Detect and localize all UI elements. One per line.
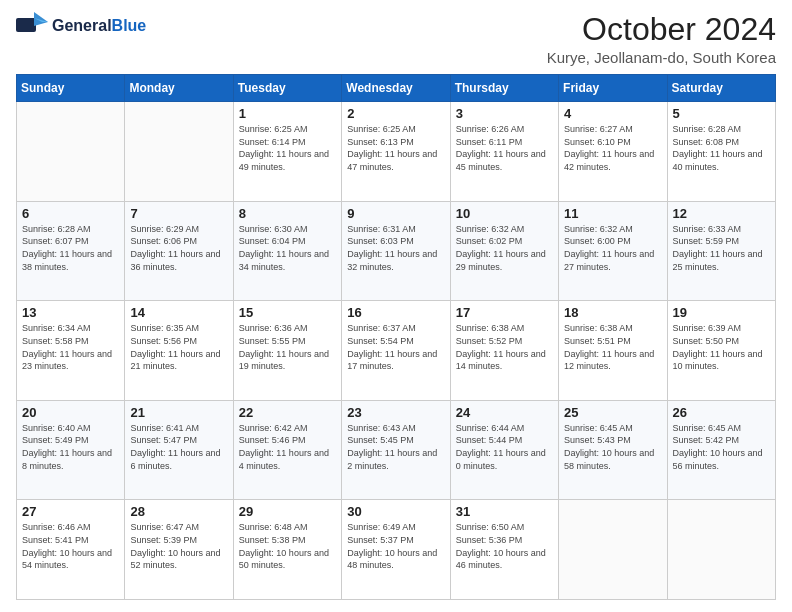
cell-info: Sunrise: 6:50 AMSunset: 5:36 PMDaylight:… (456, 521, 553, 571)
calendar-cell: 14Sunrise: 6:35 AMSunset: 5:56 PMDayligh… (125, 301, 233, 401)
day-number: 12 (673, 206, 770, 221)
day-number: 5 (673, 106, 770, 121)
day-number: 28 (130, 504, 227, 519)
cell-info: Sunrise: 6:47 AMSunset: 5:39 PMDaylight:… (130, 521, 227, 571)
day-number: 8 (239, 206, 336, 221)
cell-info: Sunrise: 6:35 AMSunset: 5:56 PMDaylight:… (130, 322, 227, 372)
day-header-thursday: Thursday (450, 75, 558, 102)
logo-blue: Blue (112, 17, 147, 34)
month-title: October 2024 (547, 12, 776, 47)
calendar-cell: 18Sunrise: 6:38 AMSunset: 5:51 PMDayligh… (559, 301, 667, 401)
cell-info: Sunrise: 6:27 AMSunset: 6:10 PMDaylight:… (564, 123, 661, 173)
cell-info: Sunrise: 6:37 AMSunset: 5:54 PMDaylight:… (347, 322, 444, 372)
calendar-cell: 1Sunrise: 6:25 AMSunset: 6:14 PMDaylight… (233, 102, 341, 202)
calendar-cell: 31Sunrise: 6:50 AMSunset: 5:36 PMDayligh… (450, 500, 558, 600)
day-number: 31 (456, 504, 553, 519)
calendar-cell: 4Sunrise: 6:27 AMSunset: 6:10 PMDaylight… (559, 102, 667, 202)
svg-rect-0 (16, 18, 36, 32)
calendar-cell: 2Sunrise: 6:25 AMSunset: 6:13 PMDaylight… (342, 102, 450, 202)
cell-info: Sunrise: 6:32 AMSunset: 6:02 PMDaylight:… (456, 223, 553, 273)
day-number: 19 (673, 305, 770, 320)
cell-info: Sunrise: 6:44 AMSunset: 5:44 PMDaylight:… (456, 422, 553, 472)
cell-info: Sunrise: 6:36 AMSunset: 5:55 PMDaylight:… (239, 322, 336, 372)
calendar-cell: 27Sunrise: 6:46 AMSunset: 5:41 PMDayligh… (17, 500, 125, 600)
day-number: 29 (239, 504, 336, 519)
calendar-cell: 16Sunrise: 6:37 AMSunset: 5:54 PMDayligh… (342, 301, 450, 401)
calendar-cell (667, 500, 775, 600)
calendar-cell: 20Sunrise: 6:40 AMSunset: 5:49 PMDayligh… (17, 400, 125, 500)
cell-info: Sunrise: 6:40 AMSunset: 5:49 PMDaylight:… (22, 422, 119, 472)
week-row-3: 13Sunrise: 6:34 AMSunset: 5:58 PMDayligh… (17, 301, 776, 401)
calendar-cell: 9Sunrise: 6:31 AMSunset: 6:03 PMDaylight… (342, 201, 450, 301)
cell-info: Sunrise: 6:34 AMSunset: 5:58 PMDaylight:… (22, 322, 119, 372)
title-section: October 2024 Kurye, Jeollanam-do, South … (547, 12, 776, 66)
day-number: 10 (456, 206, 553, 221)
day-number: 25 (564, 405, 661, 420)
page: GeneralBlue October 2024 Kurye, Jeollana… (0, 0, 792, 612)
logo-icon (16, 12, 48, 40)
cell-info: Sunrise: 6:31 AMSunset: 6:03 PMDaylight:… (347, 223, 444, 273)
day-number: 13 (22, 305, 119, 320)
day-number: 30 (347, 504, 444, 519)
calendar-cell: 10Sunrise: 6:32 AMSunset: 6:02 PMDayligh… (450, 201, 558, 301)
cell-info: Sunrise: 6:46 AMSunset: 5:41 PMDaylight:… (22, 521, 119, 571)
calendar-cell (125, 102, 233, 202)
cell-info: Sunrise: 6:39 AMSunset: 5:50 PMDaylight:… (673, 322, 770, 372)
day-number: 9 (347, 206, 444, 221)
header: GeneralBlue October 2024 Kurye, Jeollana… (16, 12, 776, 66)
cell-info: Sunrise: 6:45 AMSunset: 5:42 PMDaylight:… (673, 422, 770, 472)
cell-info: Sunrise: 6:38 AMSunset: 5:52 PMDaylight:… (456, 322, 553, 372)
cell-info: Sunrise: 6:29 AMSunset: 6:06 PMDaylight:… (130, 223, 227, 273)
day-number: 3 (456, 106, 553, 121)
week-row-5: 27Sunrise: 6:46 AMSunset: 5:41 PMDayligh… (17, 500, 776, 600)
logo: GeneralBlue (16, 12, 146, 40)
day-number: 1 (239, 106, 336, 121)
calendar-cell: 30Sunrise: 6:49 AMSunset: 5:37 PMDayligh… (342, 500, 450, 600)
calendar-cell: 13Sunrise: 6:34 AMSunset: 5:58 PMDayligh… (17, 301, 125, 401)
logo-general: General (52, 17, 112, 34)
cell-info: Sunrise: 6:48 AMSunset: 5:38 PMDaylight:… (239, 521, 336, 571)
cell-info: Sunrise: 6:30 AMSunset: 6:04 PMDaylight:… (239, 223, 336, 273)
cell-info: Sunrise: 6:41 AMSunset: 5:47 PMDaylight:… (130, 422, 227, 472)
calendar-cell: 7Sunrise: 6:29 AMSunset: 6:06 PMDaylight… (125, 201, 233, 301)
day-number: 11 (564, 206, 661, 221)
calendar-cell (559, 500, 667, 600)
calendar-cell: 26Sunrise: 6:45 AMSunset: 5:42 PMDayligh… (667, 400, 775, 500)
day-number: 4 (564, 106, 661, 121)
cell-info: Sunrise: 6:38 AMSunset: 5:51 PMDaylight:… (564, 322, 661, 372)
calendar-cell: 12Sunrise: 6:33 AMSunset: 5:59 PMDayligh… (667, 201, 775, 301)
day-header-monday: Monday (125, 75, 233, 102)
day-number: 21 (130, 405, 227, 420)
week-row-1: 1Sunrise: 6:25 AMSunset: 6:14 PMDaylight… (17, 102, 776, 202)
cell-info: Sunrise: 6:49 AMSunset: 5:37 PMDaylight:… (347, 521, 444, 571)
day-header-tuesday: Tuesday (233, 75, 341, 102)
cell-info: Sunrise: 6:33 AMSunset: 5:59 PMDaylight:… (673, 223, 770, 273)
day-number: 7 (130, 206, 227, 221)
week-row-4: 20Sunrise: 6:40 AMSunset: 5:49 PMDayligh… (17, 400, 776, 500)
day-number: 16 (347, 305, 444, 320)
calendar-cell: 25Sunrise: 6:45 AMSunset: 5:43 PMDayligh… (559, 400, 667, 500)
cell-info: Sunrise: 6:25 AMSunset: 6:14 PMDaylight:… (239, 123, 336, 173)
calendar-cell: 15Sunrise: 6:36 AMSunset: 5:55 PMDayligh… (233, 301, 341, 401)
calendar-cell: 21Sunrise: 6:41 AMSunset: 5:47 PMDayligh… (125, 400, 233, 500)
calendar-cell: 3Sunrise: 6:26 AMSunset: 6:11 PMDaylight… (450, 102, 558, 202)
calendar-cell: 17Sunrise: 6:38 AMSunset: 5:52 PMDayligh… (450, 301, 558, 401)
cell-info: Sunrise: 6:42 AMSunset: 5:46 PMDaylight:… (239, 422, 336, 472)
day-number: 27 (22, 504, 119, 519)
day-header-friday: Friday (559, 75, 667, 102)
day-number: 15 (239, 305, 336, 320)
day-number: 24 (456, 405, 553, 420)
week-row-2: 6Sunrise: 6:28 AMSunset: 6:07 PMDaylight… (17, 201, 776, 301)
calendar-header-row: SundayMondayTuesdayWednesdayThursdayFrid… (17, 75, 776, 102)
calendar-cell: 28Sunrise: 6:47 AMSunset: 5:39 PMDayligh… (125, 500, 233, 600)
day-header-saturday: Saturday (667, 75, 775, 102)
day-number: 22 (239, 405, 336, 420)
calendar-cell: 24Sunrise: 6:44 AMSunset: 5:44 PMDayligh… (450, 400, 558, 500)
day-number: 18 (564, 305, 661, 320)
calendar-cell: 11Sunrise: 6:32 AMSunset: 6:00 PMDayligh… (559, 201, 667, 301)
day-header-wednesday: Wednesday (342, 75, 450, 102)
cell-info: Sunrise: 6:25 AMSunset: 6:13 PMDaylight:… (347, 123, 444, 173)
calendar-cell (17, 102, 125, 202)
cell-info: Sunrise: 6:28 AMSunset: 6:08 PMDaylight:… (673, 123, 770, 173)
day-number: 20 (22, 405, 119, 420)
